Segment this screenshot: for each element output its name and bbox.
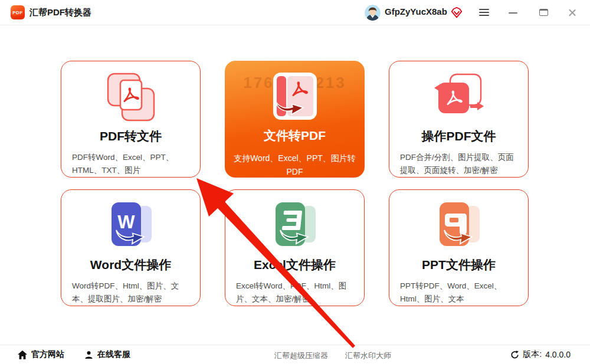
card-excel-operations[interactable]: Excel文件操作 Excel转Word、PDF、Html、图片、文本、加密/解… (225, 189, 365, 306)
minimize-button[interactable] (509, 12, 517, 14)
card-title: Excel文件操作 (225, 257, 364, 273)
version-number: 4.0.0.0 (545, 350, 571, 359)
maximize-button[interactable] (539, 9, 548, 16)
card-word-operations[interactable]: W Word文件操作 Word转PDF、Html、图片、文本、提取图片、加密/解… (61, 189, 201, 306)
feature-cards-grid: PDF转文件 PDF转Word、Excel、PPT、HTML、TXT、图片 17… (61, 61, 529, 306)
link-watermark-master[interactable]: 汇帮水印大师 (345, 350, 391, 361)
card-ppt-operations[interactable]: PPT文件操作 PPT转PDF、Word、Excel、Html、图片、文本 (389, 189, 529, 306)
titlebar: PDF 汇帮PDF转换器 GfpZyYucX8ab (0, 0, 590, 25)
person-icon (84, 350, 93, 359)
card-description: 支持Word、Excel、PPT、图片转PDF (228, 152, 362, 178)
menu-icon[interactable] (479, 9, 489, 16)
ppt-operations-icon (389, 199, 528, 251)
official-website-link[interactable]: 官方网站 (18, 349, 64, 360)
card-title: 文件转PDF (225, 127, 365, 144)
version-info: 版本: 4.0.0.0 (510, 349, 571, 360)
avatar-image (365, 5, 381, 21)
card-title: Word文件操作 (61, 257, 200, 273)
card-description: PDF转Word、Excel、PPT、HTML、TXT、图片 (72, 151, 189, 177)
username[interactable]: GfpZyYucX8ab (385, 6, 447, 17)
pdf-to-file-icon (61, 71, 200, 123)
version-label: 版本: (523, 349, 542, 360)
card-description: PDF合并/分割、图片提取、页面提取、页面旋转、加密/解密 (400, 151, 517, 177)
footer-bar: 官方网站 在线客服 汇帮超级压缩器 汇帮水印大师 版本: 4.0.0.0 (0, 345, 590, 364)
excel-operations-icon (225, 199, 364, 251)
link-super-compressor[interactable]: 汇帮超级压缩器 (274, 350, 328, 361)
card-title: 操作PDF文件 (389, 128, 528, 145)
card-description: Word转PDF、Html、图片、文本、提取图片、加密/解密 (72, 280, 189, 306)
user-avatar[interactable] (365, 5, 381, 21)
svg-text:W: W (117, 212, 135, 232)
app-title: 汇帮PDF转换器 (30, 7, 91, 18)
home-icon (18, 350, 27, 359)
card-pdf-to-file[interactable]: PDF转文件 PDF转Word、Excel、PPT、HTML、TXT、图片 (61, 61, 201, 178)
vip-badge-icon[interactable] (451, 6, 463, 18)
file-to-pdf-icon (225, 70, 365, 122)
card-file-to-pdf[interactable]: 1767196213 文件转PDF 支持Word、Excel、PPT、图片转PD… (225, 61, 365, 178)
card-title: PPT文件操作 (389, 257, 528, 273)
word-operations-icon: W (61, 199, 200, 251)
card-title: PDF转文件 (61, 128, 200, 145)
card-operate-pdf[interactable]: 操作PDF文件 PDF合并/分割、图片提取、页面提取、页面旋转、加密/解密 (389, 61, 529, 178)
close-button[interactable] (568, 8, 576, 17)
card-description: Excel转Word、PDF、Html、图片、文本、加密/解密 (236, 280, 353, 306)
operate-pdf-icon (389, 71, 528, 123)
online-support-link[interactable]: 在线客服 (84, 349, 130, 360)
card-description: PPT转PDF、Word、Excel、Html、图片、文本 (400, 280, 517, 306)
refresh-icon[interactable] (510, 350, 519, 359)
official-website-label: 官方网站 (31, 349, 64, 360)
app-logo-icon: PDF (11, 5, 25, 19)
online-support-label: 在线客服 (97, 349, 130, 360)
